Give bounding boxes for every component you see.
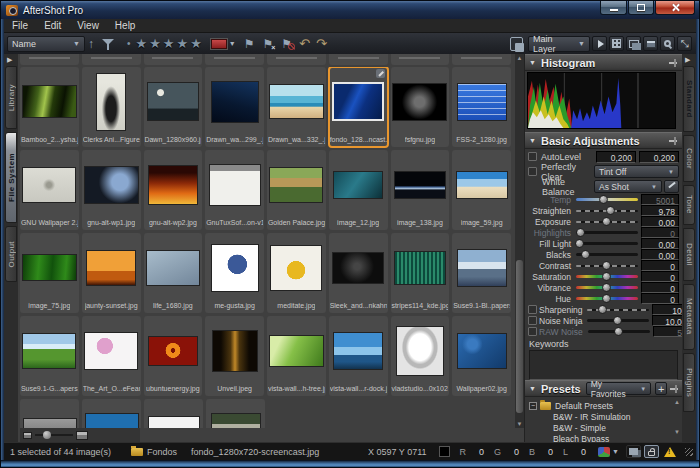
thumbnail-cell[interactable]: Sleek_and...nkahn.jpg (329, 233, 388, 313)
thumbnail-cell[interactable] (144, 399, 203, 428)
panel-tab-color[interactable]: Color (683, 135, 695, 182)
slider-track[interactable] (576, 210, 638, 212)
color-profile-icon[interactable] (598, 447, 610, 457)
slider-value[interactable]: 10,00 (652, 315, 682, 326)
thumbnail-cell-partial[interactable] (144, 54, 203, 65)
slider-value[interactable]: 0 (641, 260, 679, 271)
collapse-left-icon[interactable]: ▶ (7, 56, 12, 64)
slider-handle[interactable] (602, 283, 611, 292)
star-icon[interactable]: ★ (176, 36, 188, 51)
rating-dot-icon[interactable]: • (127, 38, 131, 49)
thumbnail-cell[interactable]: vista-wall...h-tree.jpg (267, 316, 326, 396)
slider-track[interactable] (576, 265, 638, 267)
panel-tab-standard[interactable]: Standard (683, 66, 695, 132)
size-slider-knob[interactable] (43, 431, 51, 439)
thumbnail-cell[interactable]: fondo_128...ncast.jpg (329, 67, 388, 147)
presets-favorites-select[interactable]: My Favorites▼ (586, 382, 652, 395)
sharpening-checkbox[interactable] (528, 305, 537, 314)
sidebar-tab-output[interactable]: Output (5, 226, 17, 282)
autolevel-value-1[interactable]: 0,200 (596, 151, 636, 163)
noise-ninja-checkbox[interactable] (528, 316, 537, 325)
menu-item-view[interactable]: View (69, 20, 107, 31)
image-view-icon[interactable] (643, 36, 658, 51)
pin-icon[interactable] (669, 384, 678, 394)
thumbnail-cell[interactable]: vista-wall...r-dock.jpg (329, 316, 388, 396)
thumbnail-cell[interactable] (82, 399, 141, 428)
presets-header[interactable]: ▼ Presets My Favorites▼ + (525, 380, 682, 397)
slider-track[interactable] (587, 319, 649, 322)
color-label-dropdown-icon[interactable]: ▼ (229, 40, 236, 47)
slider-track[interactable] (576, 275, 638, 278)
sidebar-tab-library[interactable]: Library (5, 66, 17, 129)
thumbnail-cell[interactable]: GnuTuxSof...on-v1.jpg (205, 150, 264, 230)
layer-select[interactable]: Main Layer▼ (528, 36, 590, 52)
slider-track[interactable] (576, 253, 638, 256)
thumbnail-cell[interactable] (20, 399, 79, 428)
thumbnail-cell-partial[interactable] (20, 54, 79, 65)
scroll-down-icon[interactable]: ▼ (516, 420, 523, 428)
maximize-button[interactable] (628, 1, 654, 15)
slider-handle[interactable] (599, 195, 608, 204)
slider-value[interactable]: 9,78 (641, 205, 679, 216)
slider-track[interactable] (576, 198, 638, 201)
slider-handle[interactable] (598, 305, 607, 314)
thumbnail-cell[interactable]: Wallpaper02.jpg (452, 316, 511, 396)
keywords-input[interactable] (529, 350, 678, 380)
thumbnail-cell[interactable]: FSS-2_1280.jpg (452, 67, 511, 147)
thumbnail-cell[interactable]: Drawn_wa...299_.jpg (205, 67, 264, 147)
star-icon[interactable]: ★ (190, 36, 202, 51)
slider-value[interactable]: 0,00 (641, 216, 679, 227)
resize-grip[interactable] (685, 448, 693, 456)
thumbnail-cell[interactable]: Suse9.1-Bl..papers.jpg (452, 233, 511, 313)
thumbnail-cell[interactable]: Bamboo_2...ysha.jpg (20, 67, 79, 147)
sidebar-tab-file-system[interactable]: File System (5, 132, 17, 223)
slider-handle[interactable] (614, 327, 623, 336)
perfectly-clear-checkbox[interactable] (528, 167, 537, 176)
slider-value[interactable]: 0 (641, 282, 679, 293)
slider-track[interactable] (587, 309, 649, 311)
thumbnail-cell-partial[interactable] (267, 54, 326, 65)
thumbnail-cell[interactable]: The_Art_O...eFear.jpg (82, 316, 141, 396)
thumbnail-cell[interactable]: me-gusta.jpg (205, 233, 264, 313)
grid-scrollbar[interactable]: ▲ ▼ (515, 54, 524, 428)
thumbnail-view-icon[interactable] (609, 36, 624, 51)
slider-track[interactable] (576, 231, 638, 234)
scrollbar-thumb[interactable] (516, 260, 523, 413)
thumbnail-cell[interactable] (206, 399, 265, 428)
star-icon[interactable]: ★ (163, 36, 175, 51)
thumbnail-cell[interactable]: Clerks Ani...Figure.jpg (82, 67, 141, 147)
flag-pick-icon[interactable]: ⚑ (244, 37, 255, 51)
thumbnail-cell-partial[interactable] (391, 54, 450, 65)
slider-handle[interactable] (606, 206, 615, 215)
slider-track[interactable] (576, 242, 638, 245)
flag-reject-icon[interactable]: ⚑ (281, 37, 292, 51)
slider-track[interactable] (576, 286, 638, 289)
thumbnail-cell[interactable]: Dawn_1280x960.jpg (144, 67, 203, 147)
thumbnail-cell[interactable]: Golden Palace.jpg (267, 150, 326, 230)
thumbnail-cell[interactable]: life_1680.jpg (144, 233, 203, 313)
rotate-right-icon[interactable]: ↷ (316, 36, 327, 51)
zoom-icon[interactable] (660, 36, 675, 51)
slider-track[interactable] (588, 330, 650, 333)
presets-scroll-down-icon[interactable]: ▼ (674, 429, 680, 435)
minimize-button[interactable] (600, 1, 627, 15)
slider-handle[interactable] (602, 272, 611, 281)
slider-value[interactable]: 0 (641, 293, 679, 304)
thumbnail-cell[interactable]: image_138.jpg (391, 150, 450, 230)
slider-value[interactable]: 50 (653, 326, 682, 337)
scroll-up-icon[interactable]: ▲ (516, 54, 523, 62)
thumbnail-size-slider[interactable] (20, 428, 140, 442)
menu-item-help[interactable]: Help (107, 20, 144, 31)
close-button[interactable] (655, 1, 695, 15)
filter-icon[interactable] (102, 38, 114, 50)
collapse-triangle-icon[interactable]: ▼ (529, 59, 536, 66)
title-bar[interactable]: AfterShot Pro (1, 1, 699, 19)
multi-view-icon[interactable] (626, 36, 641, 51)
dual-monitor-icon[interactable] (626, 445, 641, 458)
thumbnail-cell[interactable]: meditate.jpg (267, 233, 326, 313)
panel-tab-metadata[interactable]: Metadata (683, 284, 695, 350)
white-balance-select[interactable]: As Shot▼ (594, 180, 662, 193)
panel-tab-plugins[interactable]: Plugins (683, 353, 695, 413)
thumbnail-cell[interactable]: jaunty-sunset.jpg (82, 233, 141, 313)
color-label-swatch[interactable] (211, 39, 227, 49)
